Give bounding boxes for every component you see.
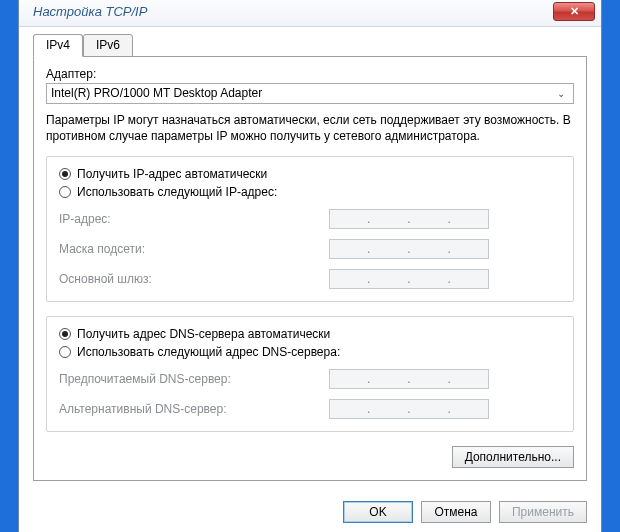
radio-ip-manual-label: Использовать следующий IP-адрес: bbox=[77, 185, 277, 199]
pref-dns-row: Предпочитаемый DNS-сервер: bbox=[59, 369, 561, 389]
dns-group: Получить адрес DNS-сервера автоматически… bbox=[46, 316, 574, 432]
dialog-buttons: OK Отмена Применить bbox=[19, 491, 601, 532]
radio-dns-auto[interactable]: Получить адрес DNS-сервера автоматически bbox=[59, 327, 561, 341]
close-button[interactable]: ✕ bbox=[553, 2, 595, 21]
chevron-down-icon: ⌄ bbox=[553, 88, 569, 99]
radio-ip-auto-label: Получить IP-адрес автоматически bbox=[77, 167, 267, 181]
advanced-button[interactable]: Дополнительно... bbox=[452, 446, 574, 468]
tab-ipv6-label: IPv6 bbox=[96, 38, 120, 52]
advanced-button-label: Дополнительно... bbox=[465, 450, 561, 464]
tabpanel-ipv4: Адаптер: Intel(R) PRO/1000 MT Desktop Ad… bbox=[33, 56, 587, 481]
gateway-label: Основной шлюз: bbox=[59, 272, 329, 286]
subnet-mask-input[interactable] bbox=[329, 239, 489, 259]
radio-ip-auto[interactable]: Получить IP-адрес автоматически bbox=[59, 167, 561, 181]
titlebar: Настройка TCP/IP ✕ bbox=[19, 0, 601, 27]
ip-group: Получить IP-адрес автоматически Использо… bbox=[46, 156, 574, 302]
close-icon: ✕ bbox=[570, 5, 579, 18]
ok-button[interactable]: OK bbox=[343, 501, 413, 523]
alt-dns-label: Альтернативный DNS-сервер: bbox=[59, 402, 329, 416]
alt-dns-input[interactable] bbox=[329, 399, 489, 419]
radio-dns-manual-label: Использовать следующий адрес DNS-сервера… bbox=[77, 345, 340, 359]
radio-icon bbox=[59, 328, 71, 340]
cancel-button[interactable]: Отмена bbox=[421, 501, 491, 523]
tab-ipv6[interactable]: IPv6 bbox=[83, 34, 133, 57]
adapter-label: Адаптер: bbox=[46, 67, 574, 81]
window-title: Настройка TCP/IP bbox=[33, 4, 147, 19]
client-area: IPv4 IPv6 Адаптер: Intel(R) PRO/1000 MT … bbox=[19, 27, 601, 491]
info-text: Параметры IP могут назначаться автоматич… bbox=[46, 112, 574, 144]
ip-address-label: IP-адрес: bbox=[59, 212, 329, 226]
radio-dns-auto-label: Получить адрес DNS-сервера автоматически bbox=[77, 327, 330, 341]
gateway-row: Основной шлюз: bbox=[59, 269, 561, 289]
apply-button[interactable]: Применить bbox=[499, 501, 587, 523]
cancel-button-label: Отмена bbox=[434, 505, 477, 519]
radio-icon bbox=[59, 186, 71, 198]
pref-dns-label: Предпочитаемый DNS-сервер: bbox=[59, 372, 329, 386]
advanced-row: Дополнительно... bbox=[46, 446, 574, 468]
adapter-select-value: Intel(R) PRO/1000 MT Desktop Adapter bbox=[51, 86, 262, 100]
adapter-select[interactable]: Intel(R) PRO/1000 MT Desktop Adapter ⌄ bbox=[46, 83, 574, 104]
subnet-mask-label: Маска подсети: bbox=[59, 242, 329, 256]
subnet-mask-row: Маска подсети: bbox=[59, 239, 561, 259]
tab-ipv4-label: IPv4 bbox=[46, 38, 70, 52]
radio-icon bbox=[59, 168, 71, 180]
pref-dns-input[interactable] bbox=[329, 369, 489, 389]
ip-address-row: IP-адрес: bbox=[59, 209, 561, 229]
radio-ip-manual[interactable]: Использовать следующий IP-адрес: bbox=[59, 185, 561, 199]
apply-button-label: Применить bbox=[512, 505, 574, 519]
tcpip-settings-window: Настройка TCP/IP ✕ IPv4 IPv6 Адаптер: In… bbox=[18, 0, 602, 532]
gateway-input[interactable] bbox=[329, 269, 489, 289]
radio-dns-manual[interactable]: Использовать следующий адрес DNS-сервера… bbox=[59, 345, 561, 359]
tabstrip: IPv4 IPv6 bbox=[33, 34, 587, 57]
alt-dns-row: Альтернативный DNS-сервер: bbox=[59, 399, 561, 419]
tab-ipv4[interactable]: IPv4 bbox=[33, 34, 83, 57]
ip-address-input[interactable] bbox=[329, 209, 489, 229]
radio-icon bbox=[59, 346, 71, 358]
ok-button-label: OK bbox=[369, 505, 386, 519]
